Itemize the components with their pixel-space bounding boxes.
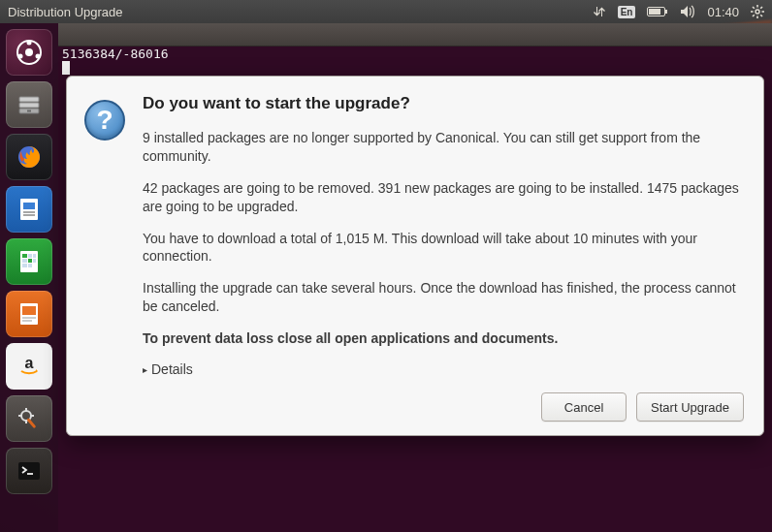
launcher-calc[interactable]: [6, 238, 52, 285]
cancel-button[interactable]: Cancel: [541, 392, 627, 422]
svg-rect-31: [28, 259, 32, 263]
launcher-impress[interactable]: [6, 291, 52, 337]
svg-rect-18: [19, 103, 39, 108]
svg-text:a: a: [25, 355, 34, 371]
svg-rect-34: [28, 264, 32, 267]
dialog-text-warning: To prevent data loss close all open appl…: [143, 329, 744, 348]
svg-rect-17: [19, 97, 39, 102]
svg-line-11: [753, 15, 755, 16]
dialog-icon-column: ?: [84, 94, 127, 422]
launcher-firefox[interactable]: [6, 134, 52, 180]
terminal-line: 5136384/-86016: [62, 47, 169, 61]
svg-rect-38: [22, 320, 32, 322]
dialog-text-duration: Installing the upgrade can take several …: [143, 279, 744, 316]
svg-line-9: [760, 15, 762, 16]
details-expander[interactable]: ▸ Details: [143, 361, 744, 377]
launcher-files[interactable]: [6, 81, 52, 128]
svg-point-3: [756, 10, 759, 14]
svg-point-14: [18, 54, 23, 59]
svg-rect-46: [18, 462, 40, 480]
launcher: a: [0, 23, 58, 532]
chevron-right-icon: ▸: [143, 364, 147, 375]
svg-rect-27: [22, 254, 27, 258]
dialog-heading: Do you want to start the upgrade?: [143, 94, 744, 113]
terminal-titlebar: [58, 23, 772, 47]
svg-rect-2: [665, 10, 667, 14]
svg-line-10: [760, 7, 762, 9]
question-icon: ?: [84, 100, 125, 141]
gear-icon[interactable]: [751, 5, 764, 18]
dialog-button-row: Cancel Start Upgrade: [143, 392, 744, 422]
terminal-cursor: [62, 61, 70, 75]
battery-icon[interactable]: [647, 6, 668, 17]
launcher-terminal[interactable]: [6, 448, 52, 494]
clock[interactable]: 01:40: [707, 5, 739, 19]
svg-rect-20: [27, 110, 31, 112]
menu-bar: Distribution Upgrade En 01:40: [0, 0, 772, 23]
svg-rect-23: [23, 203, 35, 209]
network-icon[interactable]: [593, 5, 606, 18]
svg-point-15: [36, 54, 41, 59]
dialog-text-packages: 42 packages are going to be removed. 391…: [143, 179, 744, 216]
svg-rect-30: [22, 259, 27, 263]
svg-rect-28: [28, 254, 32, 258]
launcher-amazon[interactable]: a: [6, 343, 52, 390]
system-indicators: En 01:40: [593, 5, 764, 19]
dialog-text-download: You have to download a total of 1,015 M.…: [143, 230, 744, 266]
svg-rect-1: [649, 9, 660, 15]
volume-icon[interactable]: [680, 5, 695, 18]
start-upgrade-button[interactable]: Start Upgrade: [636, 392, 744, 422]
language-indicator[interactable]: En: [618, 6, 636, 18]
svg-line-8: [753, 7, 755, 9]
svg-rect-36: [22, 306, 36, 315]
launcher-settings[interactable]: [6, 395, 52, 442]
details-label: Details: [151, 361, 193, 377]
launcher-writer[interactable]: [6, 186, 52, 233]
dialog-content: Do you want to start the upgrade? 9 inst…: [143, 94, 744, 422]
dialog-text-unsupported: 9 installed packages are no longer suppo…: [143, 129, 744, 166]
upgrade-dialog: ? Do you want to start the upgrade? 9 in…: [66, 76, 764, 436]
svg-rect-32: [33, 259, 36, 263]
svg-rect-33: [22, 264, 27, 267]
svg-point-16: [25, 48, 33, 56]
launcher-dash[interactable]: [6, 29, 52, 76]
svg-rect-45: [26, 418, 36, 428]
window-title: Distribution Upgrade: [8, 5, 593, 19]
svg-rect-37: [22, 317, 36, 319]
svg-point-13: [27, 41, 32, 46]
svg-rect-29: [33, 254, 36, 258]
